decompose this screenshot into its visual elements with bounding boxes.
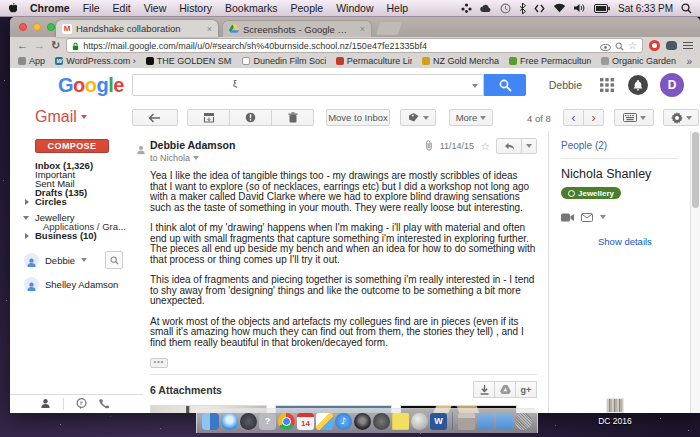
window-minimize-button[interactable] <box>33 23 41 31</box>
settings-button[interactable] <box>663 109 699 126</box>
dock-finder-icon[interactable] <box>202 413 219 430</box>
time-machine-icon[interactable] <box>500 3 511 14</box>
dock-help-icon[interactable]: ? <box>259 413 276 430</box>
expand-arrow-icon[interactable] <box>25 233 29 239</box>
window-close-button[interactable] <box>19 23 27 31</box>
menu-item-file[interactable]: File <box>83 2 100 14</box>
menu-item-people[interactable]: People <box>290 2 323 14</box>
bluetooth-icon[interactable] <box>519 3 526 14</box>
phone-icon[interactable] <box>99 398 110 411</box>
extension-icon-red-o[interactable] <box>649 40 660 51</box>
tab-handshake-collaboration[interactable]: M Handshake collaboration × <box>56 20 218 37</box>
newer-conversation-button[interactable]: ‹ <box>563 109 584 126</box>
bookmark-dunedin-film[interactable]: Dunedin Film Society <box>242 56 325 66</box>
desktop-icon-dc2016[interactable]: DC 2016 <box>598 398 632 426</box>
battery-icon[interactable] <box>594 4 610 13</box>
show-trimmed-content-button[interactable]: ••• <box>150 358 168 368</box>
delete-button[interactable] <box>271 109 314 126</box>
dock-calendar-icon[interactable]: 14 <box>297 413 314 430</box>
bookmarks-overflow-chevron[interactable]: » <box>686 56 692 67</box>
labels-button[interactable] <box>400 109 436 126</box>
more-button[interactable]: More <box>449 109 493 126</box>
label-badge[interactable]: Jewellery <box>561 187 621 199</box>
search-options-caret-icon[interactable] <box>472 84 478 88</box>
search-button[interactable] <box>484 74 526 96</box>
bookmark-organic-gardening[interactable]: Organic Gardening <box>601 56 676 66</box>
details-caret-icon[interactable] <box>193 156 199 160</box>
forward-icon[interactable]: → <box>34 40 45 51</box>
scrollbar[interactable] <box>690 131 700 413</box>
volume-icon[interactable] <box>574 3 586 13</box>
bookmark-star-icon[interactable]: ☆ <box>628 41 637 51</box>
save-to-drive-button[interactable] <box>494 381 516 398</box>
sidebar-item-business[interactable]: Business (10) <box>10 231 133 240</box>
caret-down-icon[interactable] <box>81 258 87 262</box>
extension-icon-dark[interactable] <box>666 41 677 50</box>
bookmark-free-permaculture[interactable]: Free Permaculture D <box>509 56 591 66</box>
report-spam-button[interactable] <box>229 109 272 126</box>
scrollbar-thumb[interactable] <box>692 132 699 208</box>
tab-close-icon[interactable]: × <box>207 24 212 34</box>
bookmark-nz-gold[interactable]: NZ Gold Merchants <box>422 56 499 66</box>
app-dots-icon[interactable] <box>461 3 472 13</box>
menu-item-view[interactable]: View <box>144 2 167 14</box>
account-avatar[interactable]: D <box>660 73 684 97</box>
dock-chrome-icon[interactable] <box>278 413 295 430</box>
download-all-button[interactable] <box>473 381 495 398</box>
compose-button[interactable]: COMPOSE <box>35 139 109 153</box>
gmail-nav-selector[interactable]: Gmail <box>35 108 87 126</box>
hangouts-icon[interactable] <box>76 398 87 411</box>
dock-photos-icon[interactable] <box>316 413 333 430</box>
menu-item-window[interactable]: Window <box>336 2 373 14</box>
move-to-inbox-button[interactable]: Move to Inbox <box>326 109 390 126</box>
dock-folder-icon[interactable] <box>477 413 494 430</box>
video-call-icon[interactable] <box>561 208 574 226</box>
chrome-menu-icon[interactable] <box>683 40 693 51</box>
input-tools-button[interactable] <box>614 109 654 126</box>
archive-button[interactable] <box>187 109 230 126</box>
menu-item-help[interactable]: Help <box>387 2 409 14</box>
window-zoom-button[interactable] <box>47 23 55 31</box>
new-tab-button[interactable] <box>376 22 402 35</box>
contacts-person-icon[interactable] <box>40 398 51 411</box>
chat-search-button[interactable] <box>105 251 123 269</box>
email-envelope-icon[interactable] <box>581 208 593 226</box>
star-icon[interactable]: ☆ <box>480 140 490 153</box>
notifications-bell-icon[interactable] <box>628 75 648 95</box>
menu-item-edit[interactable]: Edit <box>113 2 131 14</box>
address-bar[interactable]: https://mail.google.com/mail/u/0/#search… <box>66 38 643 53</box>
dock-system-icon[interactable] <box>373 413 390 430</box>
bookmark-wordpress[interactable]: WWordPress.com › Lo <box>55 56 135 66</box>
collapse-arrow-icon[interactable] <box>23 216 29 220</box>
cloud-icon[interactable] <box>480 4 492 13</box>
search-input[interactable]: ξ <box>132 74 484 96</box>
menu-clock[interactable]: Sat 6:33 PM <box>618 3 673 14</box>
chat-self-row[interactable]: Debbie <box>24 252 133 268</box>
people-panel-title[interactable]: People (2) <box>561 140 690 151</box>
older-conversation-button[interactable]: › <box>583 109 604 126</box>
expand-arrow-icon[interactable] <box>25 199 29 205</box>
zoom-page-icon[interactable] <box>615 37 624 55</box>
chat-contact-row[interactable]: Shelley Adamson <box>24 276 133 292</box>
bookmark-apps[interactable]: Apps <box>18 56 45 66</box>
dock-itunes-icon[interactable]: ♪ <box>335 413 352 430</box>
spotlight-search-icon[interactable] <box>681 3 692 14</box>
dock-photo-booth-icon[interactable] <box>240 413 257 430</box>
dock-app-store-icon[interactable] <box>411 413 428 430</box>
menu-item-history[interactable]: History <box>179 2 212 14</box>
dock-stickies-icon[interactable] <box>392 413 409 430</box>
account-name[interactable]: Debbie <box>549 79 582 91</box>
wifi-icon[interactable] <box>553 3 566 13</box>
google-plus-share-button[interactable]: g+ <box>515 381 537 398</box>
show-details-link[interactable]: Show details <box>598 236 690 247</box>
menu-app-name[interactable]: Chrome <box>30 2 70 14</box>
dev-brackets-icon[interactable] <box>534 4 545 13</box>
dock-folder-2-icon[interactable] <box>496 413 513 430</box>
menu-item-bookmarks[interactable]: Bookmarks <box>225 2 278 14</box>
back-icon[interactable]: ← <box>17 40 28 51</box>
dock-safari-icon[interactable] <box>221 413 238 430</box>
apple-menu-icon[interactable] <box>8 2 17 15</box>
sidebar-item-circles[interactable]: Circles <box>10 197 133 206</box>
dock-archive-icon[interactable] <box>458 413 475 430</box>
dock-word-icon[interactable]: W <box>430 413 447 430</box>
